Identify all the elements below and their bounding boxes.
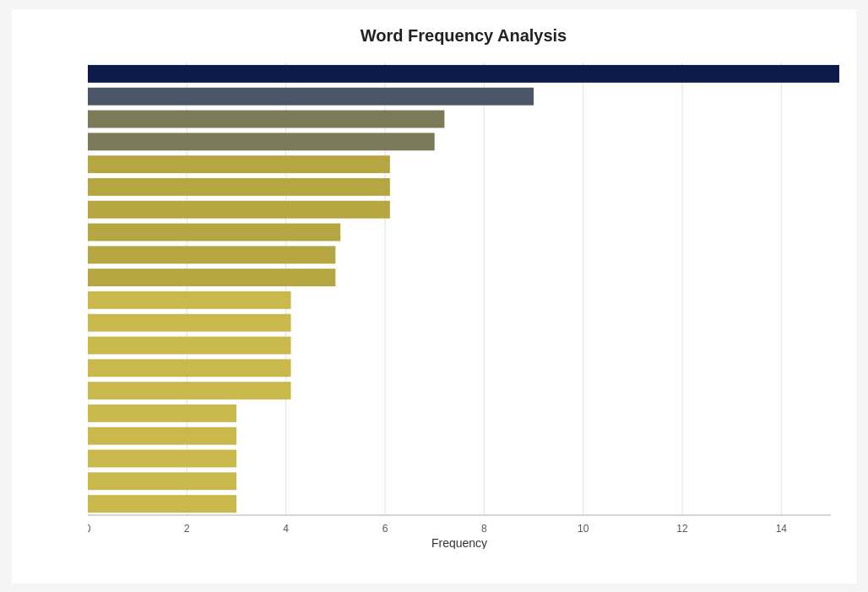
svg-rect-38 [88, 291, 291, 308]
svg-rect-18 [88, 64, 839, 82]
svg-rect-30 [88, 200, 390, 218]
svg-text:2: 2 [184, 523, 190, 535]
svg-rect-26 [88, 155, 390, 173]
svg-text:14: 14 [776, 523, 788, 535]
svg-rect-50 [88, 426, 236, 444]
svg-text:10: 10 [578, 523, 589, 535]
svg-text:4: 4 [283, 523, 289, 535]
svg-rect-46 [88, 382, 291, 399]
chart-title: Word Frequency Analysis [88, 26, 839, 46]
svg-rect-40 [88, 313, 291, 331]
svg-rect-32 [88, 223, 340, 241]
svg-rect-56 [88, 495, 236, 513]
svg-rect-52 [88, 449, 236, 467]
svg-text:12: 12 [676, 523, 688, 535]
svg-rect-22 [88, 110, 444, 128]
svg-text:Frequency: Frequency [431, 536, 487, 549]
svg-text:0: 0 [88, 523, 91, 535]
chart-container: Word Frequency Analysis 02468101214Frequ… [12, 9, 856, 584]
svg-rect-36 [88, 269, 335, 286]
chart-area: 02468101214Frequencytrumpcasebutlertrial… [88, 59, 839, 549]
svg-text:8: 8 [481, 523, 487, 535]
svg-rect-20 [88, 87, 534, 105]
svg-text:6: 6 [382, 523, 388, 535]
svg-rect-44 [88, 359, 291, 377]
svg-rect-54 [88, 472, 236, 490]
svg-rect-28 [88, 177, 390, 195]
svg-rect-24 [88, 133, 435, 150]
svg-rect-42 [88, 336, 291, 354]
svg-rect-48 [88, 404, 236, 421]
svg-rect-34 [88, 246, 335, 263]
